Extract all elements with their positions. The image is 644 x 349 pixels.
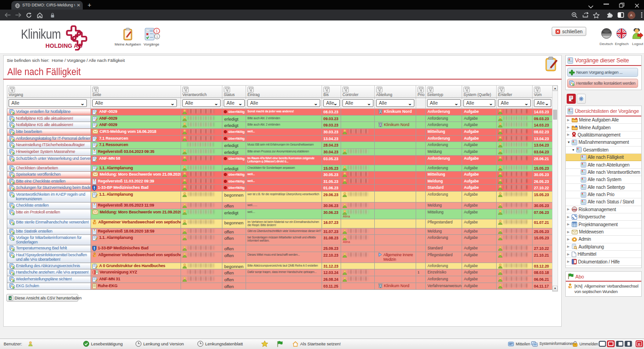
svg-text:RM: RM xyxy=(573,208,577,211)
svg-text:1: 1 xyxy=(156,29,158,33)
svg-text:E: E xyxy=(638,342,641,346)
svg-text:1: 1 xyxy=(156,35,158,39)
